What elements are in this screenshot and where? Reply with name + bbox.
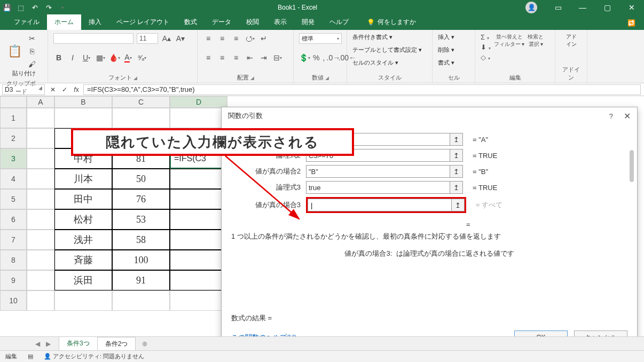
formula-bar[interactable]: =IFS(C3>=80,"A",C3>=70,"B",true) <box>83 84 641 95</box>
sheet-tab-other[interactable]: 条件2つ <box>97 337 136 351</box>
share-button[interactable]: 🔁 <box>627 19 635 30</box>
undo-icon[interactable]: ↶ <box>28 1 42 14</box>
tab-formulas[interactable]: 数式 <box>177 14 205 30</box>
cut-icon[interactable]: ✂ <box>27 33 37 44</box>
name-box[interactable]: D3▾ <box>2 84 45 95</box>
cell-A9[interactable] <box>27 270 54 290</box>
cell-C8[interactable]: 100 <box>112 250 170 270</box>
cell-B5[interactable]: 田中 <box>54 189 112 209</box>
align-bottom-icon[interactable]: ≡ <box>231 33 241 44</box>
sheet-nav-prev-icon[interactable]: ◀ <box>32 339 43 349</box>
autosave-icon[interactable]: 💾 <box>0 1 14 14</box>
cell-C1[interactable] <box>112 108 170 128</box>
tab-file[interactable]: ファイル <box>6 14 47 30</box>
cell-D1[interactable] <box>170 108 227 128</box>
italic-button[interactable]: I <box>67 52 78 63</box>
fill-color-button[interactable]: 🩸▾ <box>109 52 120 63</box>
decrease-font-icon[interactable]: A▾ <box>175 33 186 44</box>
tab-insert[interactable]: 挿入 <box>81 14 109 30</box>
col-header-B[interactable]: B <box>54 96 112 108</box>
cell-C6[interactable]: 53 <box>112 209 170 230</box>
cell-D4[interactable] <box>170 169 227 189</box>
tab-review[interactable]: 校閲 <box>239 14 266 30</box>
find-select-button[interactable]: 検索と 選択 ▾ <box>528 33 544 48</box>
redo-icon[interactable]: ↷ <box>42 1 56 14</box>
collapse-dialog-icon[interactable]: ↥ <box>450 133 463 146</box>
dialog-scrollbar[interactable] <box>630 150 634 182</box>
cell-C5[interactable]: 76 <box>112 189 170 209</box>
row-header-3[interactable]: 3 <box>0 148 27 169</box>
sort-filter-button[interactable]: 並べ替えと フィルター ▾ <box>494 33 525 48</box>
status-stats-icon[interactable]: ▤ <box>28 353 33 360</box>
tab-help[interactable]: ヘルプ <box>322 14 356 30</box>
number-launcher-icon[interactable]: ◢ <box>325 75 329 81</box>
cell-A5[interactable] <box>27 189 54 209</box>
insert-cells-button[interactable]: 挿入 ▾ <box>438 33 469 41</box>
enter-formula-icon[interactable]: ✓ <box>59 84 70 95</box>
phonetic-button[interactable]: ᵃ⁄ₐ▾ <box>137 52 147 63</box>
merge-center-icon[interactable]: ⊟▾ <box>272 52 283 63</box>
font-launcher-icon[interactable]: ◢ <box>133 75 137 81</box>
dialog-titlebar[interactable]: 関数の引数 ? ✕ <box>222 107 637 124</box>
fill-icon[interactable]: ⬇ ▾ <box>481 43 491 51</box>
collapse-dialog-icon[interactable]: ↥ <box>450 149 463 162</box>
field-input[interactable]: | <box>308 199 452 211</box>
dialog-help-icon[interactable]: ? <box>609 112 613 120</box>
cell-A7[interactable] <box>27 230 54 250</box>
format-cells-button[interactable]: 書式 ▾ <box>438 59 469 67</box>
cell-D10[interactable] <box>170 290 227 311</box>
underline-button[interactable]: U▾ <box>81 52 92 63</box>
copy-icon[interactable]: ⎘ <box>27 46 37 57</box>
fx-icon[interactable]: fx <box>70 84 82 95</box>
cell-D6[interactable] <box>170 209 227 230</box>
cell-D7[interactable] <box>170 230 227 250</box>
row-header-1[interactable]: 1 <box>0 108 27 128</box>
cancel-formula-icon[interactable]: ✕ <box>47 84 59 95</box>
align-center-icon[interactable]: ≡ <box>217 52 227 63</box>
collapse-dialog-icon[interactable]: ↥ <box>450 165 463 178</box>
percent-icon[interactable]: % <box>313 52 319 63</box>
addin-button[interactable]: アド イン <box>561 33 582 48</box>
cell-B4[interactable]: 川本 <box>54 169 112 189</box>
ribbon-display-icon[interactable]: ▭ <box>546 0 570 15</box>
row-header-4[interactable]: 4 <box>0 169 27 189</box>
paste-icon[interactable]: 📋 <box>5 42 23 60</box>
account-avatar[interactable]: 👤 <box>525 2 537 13</box>
dialog-close-icon[interactable]: ✕ <box>624 111 631 121</box>
increase-decimal-icon[interactable]: .0→ <box>328 52 339 63</box>
save-icon[interactable]: ⬚ <box>14 1 28 14</box>
tab-developer[interactable]: 開発 <box>294 14 322 30</box>
tab-data[interactable]: データ <box>205 14 239 30</box>
col-header-A[interactable]: A <box>27 96 54 108</box>
status-accessibility[interactable]: 👤 アクセシビリティ: 問題ありません <box>44 352 144 360</box>
delete-cells-button[interactable]: 削除 ▾ <box>438 46 469 54</box>
number-format-combo[interactable]: 標準▾ <box>299 33 342 44</box>
row-header-9[interactable]: 9 <box>0 270 27 290</box>
alignment-launcher-icon[interactable]: ◢ <box>250 75 254 81</box>
row-header-5[interactable]: 5 <box>0 189 27 209</box>
col-header-C[interactable]: C <box>112 96 170 108</box>
cell-C4[interactable]: 50 <box>112 169 170 189</box>
sheet-tab-active[interactable]: 条件3つ <box>59 336 98 351</box>
select-all-corner[interactable] <box>0 96 27 108</box>
cell-B6[interactable]: 松村 <box>54 209 112 230</box>
new-sheet-icon[interactable]: ⊕ <box>139 339 150 349</box>
row-header-7[interactable]: 7 <box>0 230 27 250</box>
row-header-10[interactable]: 10 <box>0 290 27 311</box>
format-painter-icon[interactable]: 🖌 <box>27 59 37 69</box>
bold-button[interactable]: B <box>53 52 64 63</box>
cell-B9[interactable]: 浜田 <box>54 270 112 290</box>
tab-view[interactable]: 表示 <box>266 14 294 30</box>
font-size-combo[interactable]: 11 <box>137 33 158 44</box>
align-right-icon[interactable]: ≡ <box>231 52 241 63</box>
comma-icon[interactable]: , <box>323 52 325 63</box>
tell-me[interactable]: 💡何をしますか <box>367 18 416 30</box>
autosum-icon[interactable]: Σ ▾ <box>481 33 491 41</box>
border-button[interactable]: ▦▾ <box>95 52 106 63</box>
accounting-icon[interactable]: 💲▾ <box>299 52 310 63</box>
conditional-format-button[interactable]: 条件付き書式 ▾ <box>352 33 427 41</box>
orientation-icon[interactable]: ⭯▾ <box>245 33 255 44</box>
col-header-D[interactable]: D <box>170 96 227 108</box>
maximize-button[interactable]: ▢ <box>595 0 619 15</box>
align-left-icon[interactable]: ≡ <box>203 52 214 63</box>
